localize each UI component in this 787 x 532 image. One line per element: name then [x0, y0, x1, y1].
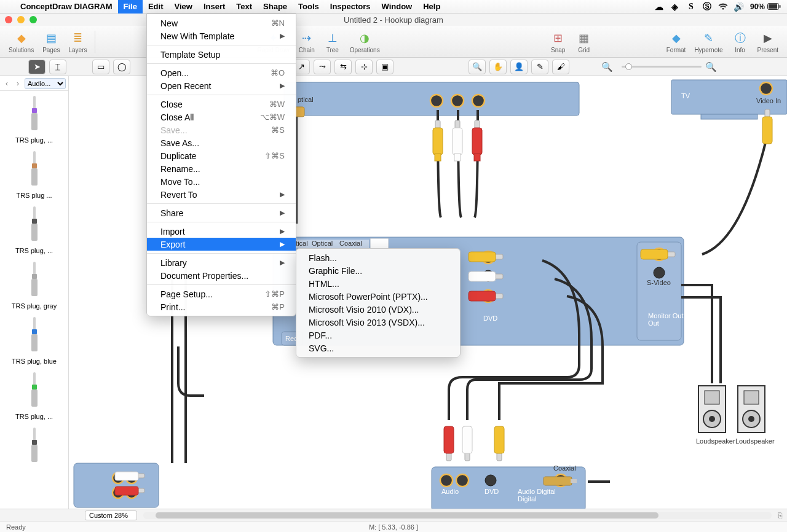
- tb-solutions[interactable]: ◆Solutions: [5, 27, 38, 57]
- library-item[interactable]: TRS plug, ...: [0, 91, 68, 146]
- svg-rect-79: [474, 154, 480, 161]
- library-item[interactable]: TRS plug, ...: [0, 201, 68, 257]
- wifi-icon[interactable]: [718, 2, 728, 12]
- menu-item[interactable]: Rename...: [147, 162, 296, 175]
- page-nav-icon[interactable]: ⎘: [778, 511, 782, 520]
- svg-point-45: [485, 475, 496, 486]
- text-tool[interactable]: ⌶: [49, 60, 66, 74]
- menu-tools[interactable]: Tools: [293, 0, 325, 14]
- nav-back[interactable]: ‹: [2, 79, 11, 88]
- h-scrollbar[interactable]: [143, 512, 772, 519]
- menu-item[interactable]: Export▶: [147, 238, 296, 251]
- menu-item[interactable]: Share▶: [147, 206, 296, 219]
- tb-pages[interactable]: ▤Pages: [39, 27, 63, 57]
- library-item[interactable]: TRS plug ...: [0, 146, 68, 201]
- close-window-button[interactable]: [5, 16, 12, 23]
- svg-point-69: [748, 416, 754, 422]
- menu-inspectors[interactable]: Inspectors: [325, 0, 376, 14]
- menu-item[interactable]: Move To...: [147, 175, 296, 188]
- conn-tool-4[interactable]: ⊹: [355, 60, 373, 74]
- shape-rect[interactable]: ▭: [92, 60, 109, 74]
- menu-file[interactable]: File: [118, 0, 143, 14]
- menu-item[interactable]: Document Properties...: [147, 269, 296, 282]
- menu-item[interactable]: Open Recent▶: [147, 79, 296, 92]
- menu-item[interactable]: Duplicate⇧⌘S: [147, 149, 296, 162]
- menu-view[interactable]: View: [168, 0, 197, 14]
- svg-rect-93: [462, 426, 472, 453]
- nav-fwd[interactable]: ›: [14, 79, 22, 88]
- diamond-icon[interactable]: ◈: [670, 2, 680, 12]
- conn-tool-3[interactable]: ⇆: [334, 60, 352, 74]
- tb-present[interactable]: ▶Present: [754, 27, 782, 57]
- conn-tool-5[interactable]: ▣: [376, 60, 394, 74]
- zoom-window-button[interactable]: [30, 16, 37, 23]
- tb-grid[interactable]: ▦Grid: [572, 27, 596, 57]
- zoom-tool[interactable]: 🔍: [469, 60, 486, 74]
- window-title: Untitled 2 - Hookup diagram: [344, 15, 443, 25]
- menu-item[interactable]: New⌘N: [147, 17, 296, 29]
- submenu-item[interactable]: Microsoft Visio 2010 (VDX)...: [296, 303, 460, 316]
- tb-hypernote[interactable]: ✎Hypernote: [690, 27, 726, 57]
- menu-help[interactable]: Help: [417, 0, 446, 14]
- tb-tree[interactable]: ⊥Tree: [320, 27, 345, 57]
- submenu-item[interactable]: PDF...: [296, 329, 460, 342]
- menu-insert[interactable]: Insert: [198, 0, 231, 14]
- shape-circle[interactable]: ◯: [113, 60, 130, 74]
- menu-item[interactable]: Template Setup: [147, 48, 296, 61]
- library-item[interactable]: [0, 423, 68, 471]
- battery-status[interactable]: 90%: [750, 2, 781, 11]
- menu-item[interactable]: Import▶: [147, 225, 296, 238]
- person-tool[interactable]: 👤: [510, 60, 528, 74]
- svg-text:Coaxial: Coaxial: [339, 240, 362, 247]
- brush-tool[interactable]: 🖌: [552, 60, 569, 74]
- svg-rect-100: [544, 477, 572, 485]
- menu-text[interactable]: Text: [231, 0, 258, 14]
- submenu-item[interactable]: HTML...: [296, 277, 460, 290]
- app-name[interactable]: ConceptDraw DIAGRAM: [15, 2, 118, 11]
- submenu-item[interactable]: Flash...: [296, 251, 460, 264]
- menu-edit[interactable]: Edit: [143, 0, 169, 14]
- svg-text:Audio: Audio: [441, 488, 459, 495]
- library-item[interactable]: TRS plug, blue: [0, 312, 68, 367]
- submenu-item[interactable]: SVG...: [296, 342, 460, 354]
- svg-rect-78: [472, 128, 482, 155]
- library-item[interactable]: TRS plug, gray: [0, 257, 68, 312]
- submenu-item[interactable]: Microsoft PowerPoint (PPTX)...: [296, 290, 460, 303]
- menu-window[interactable]: Window: [376, 0, 418, 14]
- tb-operations[interactable]: ◑Operations: [346, 27, 384, 57]
- menu-item[interactable]: Revert To▶: [147, 188, 296, 201]
- volume-icon[interactable]: 🔊: [734, 2, 744, 12]
- library-select[interactable]: Audio...: [25, 78, 66, 89]
- submenu-item[interactable]: Graphic File...: [296, 264, 460, 277]
- minimize-window-button[interactable]: [17, 16, 25, 23]
- s-icon[interactable]: S: [686, 2, 696, 12]
- cloud-icon[interactable]: ☁: [654, 2, 664, 12]
- zoom-select[interactable]: Custom 28%: [85, 510, 137, 520]
- menu-item[interactable]: Close All⌥⌘W: [147, 111, 296, 123]
- menu-item[interactable]: Library▶: [147, 256, 296, 269]
- tb-info[interactable]: ⓘInfo: [728, 27, 753, 57]
- conn-tool-2[interactable]: ⤳: [314, 60, 331, 74]
- eyedropper-tool[interactable]: ✎: [531, 60, 548, 74]
- submenu-item[interactable]: Microsoft Visio 2013 (VSDX)...: [296, 316, 460, 329]
- menu-item[interactable]: Close⌘W: [147, 98, 296, 111]
- menu-shape[interactable]: Shape: [258, 0, 293, 14]
- menu-item[interactable]: Print...⌘P: [147, 300, 296, 313]
- pointer-tool[interactable]: ➤: [28, 60, 45, 74]
- tb-format[interactable]: ◆Format: [663, 27, 690, 57]
- menu-item[interactable]: Open...⌘O: [147, 66, 296, 79]
- library-item[interactable]: TRS plug, ...: [0, 367, 68, 423]
- zoom-slider[interactable]: [622, 66, 702, 68]
- tb-chain[interactable]: ⇢Chain: [295, 27, 319, 57]
- hand-tool[interactable]: ✋: [489, 60, 507, 74]
- traffic-lights: [5, 16, 37, 23]
- skype-icon[interactable]: Ⓢ: [702, 2, 712, 12]
- zoom-in-icon[interactable]: 🔍: [705, 61, 717, 72]
- zoom-out-icon[interactable]: 🔍: [601, 61, 613, 72]
- menu-item[interactable]: New With Template▶: [147, 29, 296, 42]
- tb-layers[interactable]: ≣Layers: [65, 27, 91, 57]
- menu-item[interactable]: Save As...: [147, 136, 296, 149]
- svg-text:Optical: Optical: [312, 240, 333, 247]
- tb-snap[interactable]: ⊞Snap: [546, 27, 571, 57]
- menu-item[interactable]: Page Setup...⇧⌘P: [147, 288, 296, 300]
